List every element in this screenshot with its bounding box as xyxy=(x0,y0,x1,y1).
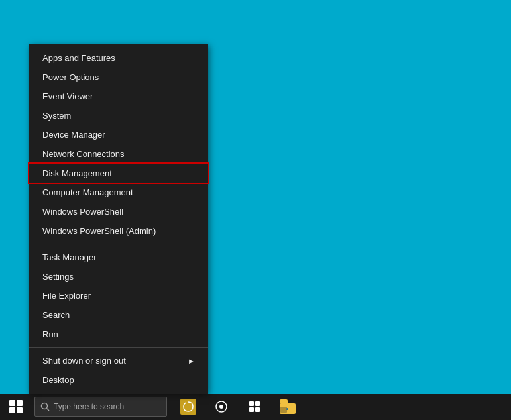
arrow-icon: ► xyxy=(188,357,195,365)
menu-item-event-viewer[interactable]: Event Viewer xyxy=(29,87,208,106)
taskbar-search-box[interactable]: Type here to search xyxy=(34,397,167,417)
menu-item-windows-powershell[interactable]: Windows PowerShell xyxy=(29,202,208,221)
menu-item-desktop[interactable]: Desktop xyxy=(29,370,208,390)
taskbar-icons xyxy=(172,394,304,420)
menu-item-windows-powershell-admin[interactable]: Windows PowerShell (Admin) xyxy=(29,221,208,240)
menu-label: Network Connections xyxy=(42,149,125,159)
svg-point-0 xyxy=(42,403,48,409)
svg-rect-7 xyxy=(255,407,260,412)
menu-item-run[interactable]: Run xyxy=(29,325,208,344)
windows-logo-icon xyxy=(9,400,23,413)
circle-icon xyxy=(214,399,229,414)
search-placeholder: Type here to search xyxy=(54,402,124,411)
menu-item-system[interactable]: System xyxy=(29,106,208,125)
menu-label: Device Manager xyxy=(42,130,105,140)
menu-label: File Explorer xyxy=(42,291,91,301)
menu-label: Windows PowerShell xyxy=(42,207,123,217)
search-icon xyxy=(40,402,50,411)
taskbar: Type here to search xyxy=(0,394,511,420)
menu-label: Windows PowerShell (Admin) xyxy=(42,226,156,236)
svg-rect-5 xyxy=(255,401,260,406)
menu-label: System xyxy=(42,111,71,121)
menu-separator-1 xyxy=(29,244,208,244)
menu-label: Desktop xyxy=(42,375,74,385)
menu-item-shutdown-signout[interactable]: Shut down or sign out ► xyxy=(29,351,208,370)
grid-icon xyxy=(247,399,262,414)
svg-rect-4 xyxy=(249,401,254,406)
menu-label: Shut down or sign out xyxy=(42,356,126,366)
fibonacci-icon xyxy=(182,401,194,413)
menu-item-device-manager[interactable]: Device Manager xyxy=(29,125,208,144)
menu-item-computer-management[interactable]: Computer Management xyxy=(29,183,208,202)
svg-line-1 xyxy=(47,409,50,411)
menu-label: Disk Management xyxy=(42,168,112,178)
menu-label: Apps and Features xyxy=(42,53,115,63)
context-menu: Apps and Features Power Options Event Vi… xyxy=(29,44,208,394)
taskbar-app-icon-circle[interactable] xyxy=(205,394,237,420)
menu-label: Computer Management xyxy=(42,187,133,197)
folder-icon xyxy=(280,399,296,414)
menu-item-network-connections[interactable]: Network Connections xyxy=(29,144,208,164)
menu-label: Power Options xyxy=(42,72,99,82)
menu-label: Task Manager xyxy=(42,252,97,262)
menu-label: Event Viewer xyxy=(42,91,93,101)
svg-point-3 xyxy=(219,405,223,409)
menu-item-apps-features[interactable]: Apps and Features xyxy=(29,48,208,68)
taskbar-app-icon-fibonacci[interactable] xyxy=(172,394,204,420)
menu-item-disk-management[interactable]: Disk Management xyxy=(29,164,208,183)
menu-item-power-options[interactable]: Power Options xyxy=(29,68,208,87)
menu-separator-2 xyxy=(29,347,208,348)
menu-item-file-explorer[interactable]: File Explorer xyxy=(29,286,208,305)
start-button[interactable] xyxy=(0,394,32,420)
menu-label: Search xyxy=(42,310,70,320)
menu-label: Settings xyxy=(42,272,74,282)
taskbar-app-icon-grid[interactable] xyxy=(239,394,270,420)
menu-item-settings[interactable]: Settings xyxy=(29,267,208,286)
menu-item-search[interactable]: Search xyxy=(29,305,208,325)
svg-rect-6 xyxy=(249,407,254,412)
menu-item-task-manager[interactable]: Task Manager xyxy=(29,248,208,267)
menu-label: Run xyxy=(42,329,58,339)
taskbar-app-icon-file-explorer[interactable] xyxy=(272,394,304,420)
